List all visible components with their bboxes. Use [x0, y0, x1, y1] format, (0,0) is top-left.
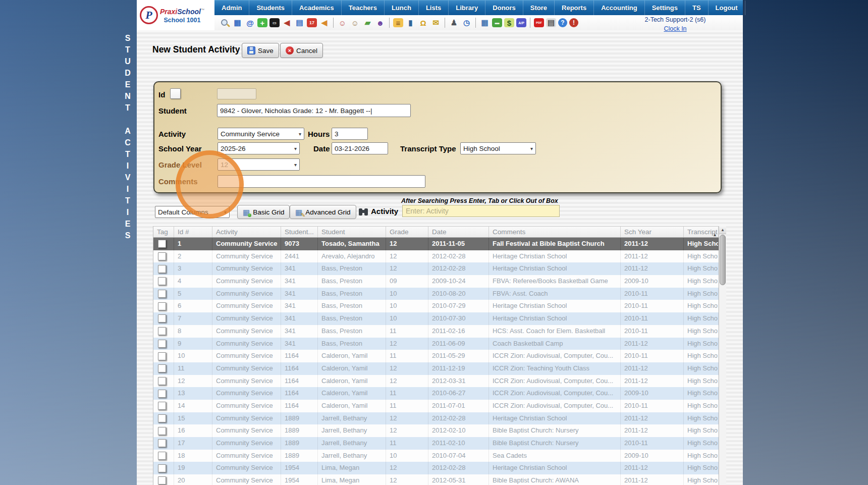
nav-item-donors[interactable]: Donors: [485, 1, 523, 15]
school-year-select[interactable]: 2025-26 ▾: [218, 142, 300, 154]
tag-checkbox[interactable]: [158, 476, 166, 484]
nav-item-logout[interactable]: Logout: [709, 1, 745, 15]
table-scrollbar[interactable]: ▲: [719, 226, 726, 485]
column-header-id[interactable]: Id #: [174, 227, 212, 237]
email-icon[interactable]: @: [245, 18, 255, 28]
nav-item-students[interactable]: Students: [249, 1, 292, 15]
column-header-date[interactable]: Date: [428, 227, 489, 237]
tag-checkbox[interactable]: [158, 439, 166, 447]
tag-checkbox[interactable]: [158, 390, 166, 398]
nav-item-library[interactable]: Library: [449, 1, 485, 15]
table-row[interactable]: 16 Community Service 1889 Jarrell, Betha…: [153, 424, 719, 437]
staff-icon[interactable]: ♟: [449, 18, 459, 28]
tag-checkbox[interactable]: [158, 414, 166, 422]
table-row[interactable]: 1 Community Service 9073 Tosado, Samanth…: [153, 238, 719, 250]
clock-icon[interactable]: ◷: [461, 18, 472, 28]
megaphone-icon[interactable]: ◀: [319, 18, 330, 28]
cancel-button[interactable]: × Cancel: [280, 43, 323, 58]
tag-checkbox[interactable]: [158, 290, 166, 298]
library-icon[interactable]: ▮: [405, 18, 416, 28]
calendar-icon[interactable]: ▤: [294, 18, 305, 28]
tag-checkbox[interactable]: [158, 265, 166, 273]
date-field[interactable]: [332, 142, 388, 154]
student-field[interactable]: [217, 104, 411, 117]
activity-search-input[interactable]: [402, 205, 560, 217]
tag-checkbox[interactable]: [158, 352, 166, 360]
nav-item-store[interactable]: Store: [523, 1, 555, 15]
family-group-icon[interactable]: ☻: [375, 18, 386, 28]
grade-level-select[interactable]: 12 ▾: [218, 158, 300, 171]
alert-icon[interactable]: !: [569, 18, 578, 27]
calendar-date-icon[interactable]: 17: [307, 18, 317, 27]
payment-card-icon[interactable]: ▬: [492, 18, 502, 27]
report-grid-icon[interactable]: ▦: [479, 18, 490, 28]
table-row[interactable]: 19 Community Service 1954 Lima, Megan 12…: [153, 462, 719, 474]
table-row[interactable]: 9 Community Service 341 Bass, Preston 12…: [153, 338, 719, 350]
mobile-phone-icon[interactable]: ▭: [269, 18, 280, 27]
tag-checkbox[interactable]: [158, 314, 166, 322]
basic-grid-button[interactable]: ▦ Basic Grid: [237, 205, 290, 219]
nav-item-reports[interactable]: Reports: [555, 1, 594, 15]
tag-checkbox[interactable]: [158, 240, 166, 248]
table-row[interactable]: 13 Community Service 1164 Calderon, Yami…: [153, 387, 719, 400]
columns-select[interactable]: Default Columns ▾: [155, 206, 230, 218]
table-row[interactable]: 7 Community Service 341 Bass, Preston 10…: [153, 312, 719, 325]
search-icon[interactable]: [220, 18, 230, 28]
table-row[interactable]: 12 Community Service 1164 Calderon, Yami…: [153, 375, 719, 388]
column-header-sch-year[interactable]: Sch Year: [621, 227, 684, 237]
scrollbar-thumb[interactable]: [720, 235, 726, 285]
student-icon[interactable]: ☺: [350, 18, 360, 28]
chat-icon[interactable]: +: [257, 18, 267, 27]
comments-field[interactable]: [218, 175, 425, 188]
tag-checkbox[interactable]: [158, 277, 166, 285]
column-header-tag[interactable]: Tag: [153, 227, 174, 237]
save-button[interactable]: Save: [242, 43, 279, 58]
print-icon[interactable]: ▤: [546, 18, 556, 27]
tag-checkbox[interactable]: [158, 364, 166, 372]
column-header-student[interactable]: Student...: [281, 227, 318, 237]
id-checkbox[interactable]: [170, 88, 181, 99]
table-row[interactable]: 14 Community Service 1164 Calderon, Yami…: [153, 400, 719, 412]
table-row[interactable]: 6 Community Service 341 Bass, Preston 10…: [153, 300, 719, 312]
cash-register-icon[interactable]: $: [504, 18, 514, 27]
attendance-grid-icon[interactable]: ▦: [232, 18, 243, 28]
nav-item-lunch[interactable]: Lunch: [385, 1, 419, 15]
tag-checkbox[interactable]: [158, 340, 166, 348]
nav-item-lists[interactable]: Lists: [419, 1, 449, 15]
activity-select[interactable]: Community Service ▾: [218, 128, 304, 140]
table-row[interactable]: 20 Community Service 1954 Lima, Megan 12…: [153, 474, 719, 485]
tag-checkbox[interactable]: [158, 427, 166, 435]
tag-checkbox[interactable]: [158, 377, 166, 385]
table-row[interactable]: 5 Community Service 341 Bass, Preston 10…: [153, 288, 719, 300]
table-row[interactable]: 18 Community Service 1889 Jarrell, Betha…: [153, 450, 719, 462]
column-header-transcript[interactable]: Transcript▲: [684, 227, 719, 237]
table-row[interactable]: 2 Community Service 2441 Arevalo, Alejan…: [153, 250, 719, 263]
column-header-activity[interactable]: Activity: [212, 227, 281, 237]
table-row[interactable]: 10 Community Service 1164 Calderon, Yami…: [153, 350, 719, 362]
speaker-icon[interactable]: ◀: [282, 18, 292, 28]
tag-checkbox[interactable]: [158, 464, 166, 472]
accounts-payable-icon[interactable]: A/P: [516, 18, 526, 27]
help-icon[interactable]: ?: [558, 18, 567, 27]
table-row[interactable]: 8 Community Service 341 Bass, Preston 11…: [153, 325, 719, 338]
column-header-grade[interactable]: Grade: [386, 227, 428, 237]
tag-checkbox[interactable]: [158, 452, 166, 460]
bell-icon[interactable]: Ω: [418, 18, 428, 28]
nav-item-academics[interactable]: Academics: [292, 1, 342, 15]
nav-item-teachers[interactable]: Teachers: [342, 1, 385, 15]
transcript-type-select[interactable]: High School ▾: [460, 142, 536, 154]
lunch-icon[interactable]: ≡: [393, 18, 403, 27]
add-student-icon[interactable]: ☺: [337, 18, 348, 28]
hours-field[interactable]: [332, 128, 368, 140]
scroll-up-icon[interactable]: ▲: [719, 226, 726, 234]
nav-item-settings[interactable]: Settings: [645, 1, 685, 15]
table-row[interactable]: 3 Community Service 341 Bass, Preston 12…: [153, 262, 719, 275]
table-row[interactable]: 17 Community Service 1889 Jarrell, Betha…: [153, 437, 719, 450]
tag-checkbox[interactable]: [158, 327, 166, 335]
tag-checkbox[interactable]: [158, 402, 166, 410]
tag-checkbox[interactable]: [158, 252, 166, 260]
pdf-icon[interactable]: PDF: [534, 18, 544, 27]
send-mail-icon[interactable]: ✉: [430, 18, 441, 28]
column-header-student[interactable]: Student: [318, 227, 386, 237]
column-header-comments[interactable]: Comments: [489, 227, 621, 237]
